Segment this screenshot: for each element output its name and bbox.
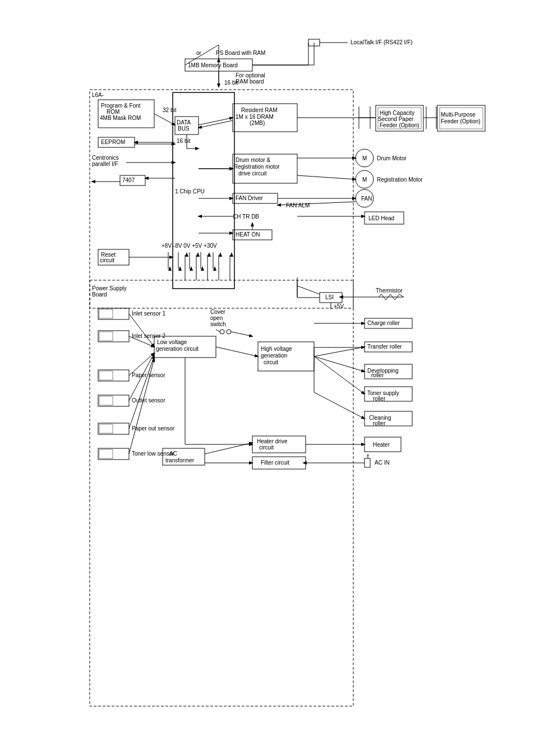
cover-switch-label3: switch [210, 321, 226, 327]
svg-rect-98 [365, 458, 370, 467]
svg-rect-85 [98, 395, 129, 406]
ac-transformer-label: AC [169, 451, 177, 457]
svg-rect-67 [99, 332, 113, 341]
svg-rect-66 [98, 331, 129, 342]
reg-motor-m-label: M [362, 177, 367, 183]
plus5v-label: +5V [334, 303, 344, 309]
ac-transformer-label2: transformer [165, 457, 195, 463]
resident-ram-label3: (2MB) [250, 120, 265, 126]
highcap-label2: Second Paper [378, 116, 414, 122]
svg-rect-84 [99, 371, 113, 380]
inlet-sensor1-label: Inlet sensor 1 [132, 310, 165, 317]
svg-line-38 [297, 175, 356, 179]
centronics-label2: parallel I/F [92, 161, 118, 167]
reg-motor-label: Registration Motor [377, 177, 423, 183]
low-voltage-label2: generation circuit [156, 346, 199, 352]
svg-line-80 [314, 356, 365, 394]
outlet-sensor-label: Outlet sensor [132, 397, 165, 403]
centronics-label: Centronics [92, 155, 119, 161]
svg-line-9 [154, 114, 175, 125]
power-supply-label: Power Supply [92, 285, 127, 291]
program-rom-label3: 4MB Mask ROM [100, 115, 141, 121]
drum-motor-m-label: M [362, 155, 367, 161]
svg-rect-90 [99, 424, 113, 433]
svg-line-116 [129, 356, 154, 429]
psboard-label: PS Board with RAM [216, 50, 265, 56]
high-voltage-label3: circuit [264, 359, 278, 365]
reset-circuit-label2: circuit [100, 257, 114, 263]
cover-switch-label: Cover [210, 309, 225, 315]
localtalk-label: LocalTalk I/F (RS422 I/F) [350, 39, 413, 45]
cover-switch-label2: open [210, 315, 223, 321]
svg-rect-89 [98, 423, 129, 434]
svg-line-88 [314, 392, 365, 419]
low-voltage-label: Low voltage [157, 339, 187, 345]
charge-roller-label: Charge roller [367, 320, 400, 326]
bit16b-label: 16 bit [177, 138, 191, 144]
high-voltage-label: High voltage [261, 346, 292, 352]
svg-line-112 [129, 314, 154, 347]
svg-point-68 [220, 330, 224, 334]
toner-supply-label2: roller [373, 396, 386, 402]
heater-drive-label: Heater drive [257, 438, 288, 444]
foroptional-label2: RAM board [236, 78, 264, 85]
diagram-container: LocalTalk I/F (RS422 I/F) or PS Board wi… [34, 34, 516, 740]
fan-driver-label: FAN Driver [236, 195, 264, 201]
lsi-label: LSI [325, 294, 334, 300]
databus-label: DATA [177, 119, 191, 126]
svg-line-70 [216, 330, 220, 332]
transfer-roller-label: Transfer roller [367, 344, 403, 350]
cleaning-roller-label2: roller [373, 420, 386, 426]
bit16top-label: 16 bit [224, 80, 238, 86]
fan-circle-label: FAN [361, 196, 372, 202]
toner-low-sensor-label: Toner low sensor [132, 451, 174, 457]
multipurpose-label2: Feeder (Option) [441, 118, 481, 124]
high-voltage-label2: generation [261, 353, 287, 359]
svg-line-127 [231, 332, 252, 336]
svg-rect-95 [99, 449, 113, 458]
dev-roller-label2: roller [371, 372, 384, 378]
multipurpose-label: Multi-Purpose [441, 112, 476, 118]
program-rom-label2: ROM [107, 109, 119, 115]
drum-motor-label: Drum Motor [377, 155, 407, 161]
cpu-label: 1 Chip CPU [175, 188, 205, 194]
or-label: or [196, 50, 202, 56]
foroptional-label: For optional [236, 72, 265, 78]
chip7407-label: 7407 [122, 177, 135, 183]
fan-alm-label: FAN ALM [286, 202, 310, 208]
program-rom-label: Program & Font [101, 103, 141, 109]
bit32-label: 32 bit [163, 107, 177, 113]
svg-line-76 [314, 347, 365, 356]
filter-circuit-label: Filter circuit [261, 460, 289, 466]
memboard-label: 1MB Memory Board [188, 62, 238, 68]
svg-rect-65 [99, 309, 113, 318]
svg-rect-6 [90, 90, 353, 308]
svg-rect-64 [98, 308, 129, 319]
power-supply-label2: Board [92, 291, 107, 298]
ch-tr-db-label: CH TR DB [233, 214, 259, 220]
voltages-label: +8V -8V 0V +5V +30V [162, 243, 217, 249]
svg-rect-86 [99, 396, 113, 405]
thermistor-label: Thermistor [376, 287, 403, 294]
heater-label: Heater [373, 442, 390, 448]
drum-motor-circuit-label: Drum motor & [236, 157, 271, 163]
drum-motor-circuit-label3: drive circuit [238, 170, 267, 177]
highcap-label3: Feeder (Option) [380, 122, 419, 128]
paper-out-sensor-label: Paper out sensor [132, 425, 175, 432]
highcap-label: High Capacity [380, 110, 414, 116]
svg-line-79 [314, 356, 365, 372]
svg-point-69 [227, 330, 231, 334]
led-head-label: LED Head [368, 215, 394, 221]
svg-rect-83 [98, 370, 129, 381]
ac-in-label: AC IN [375, 460, 390, 466]
paper-sensor-label: Paper sensor [132, 372, 165, 378]
resident-ram-label2: 1M x 16 DRAM [236, 114, 274, 120]
databus-label2: BUS [178, 126, 190, 132]
svg-line-61 [297, 286, 320, 294]
svg-line-104 [216, 347, 258, 356]
l6a-label: L6A- [92, 92, 104, 98]
heater-drive-label2: circuit [259, 444, 274, 451]
resident-ram-label: Resident RAM [241, 107, 277, 113]
svg-rect-94 [98, 448, 129, 460]
drum-motor-circuit-label2: Registration motor [234, 164, 280, 170]
